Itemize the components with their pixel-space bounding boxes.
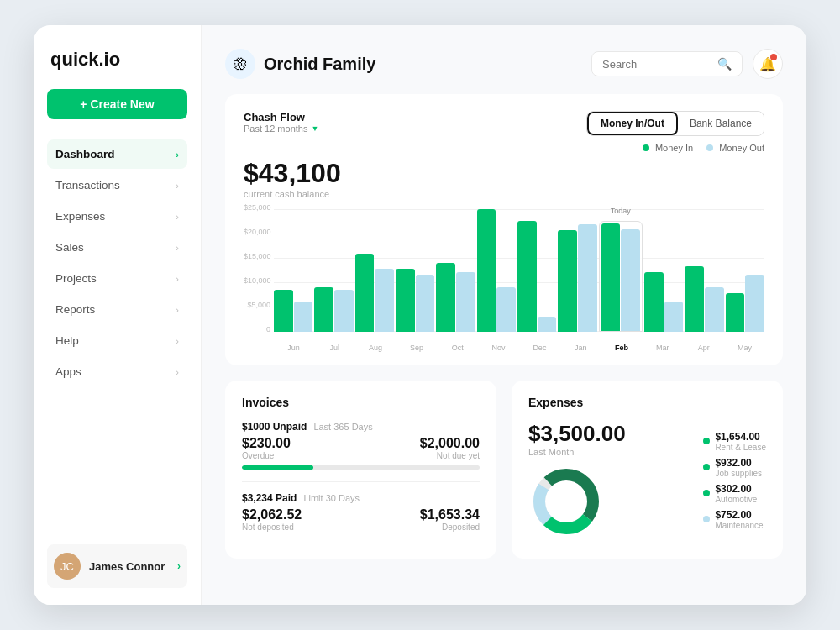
expenses-left: $3,500.00 Last Month: [528, 421, 690, 539]
unpaid-badge: $1000 Unpaid: [242, 421, 307, 433]
bar-green: [314, 287, 333, 332]
legend-money-out: Money Out: [706, 143, 764, 153]
nav-chevron-icon: ›: [176, 150, 179, 160]
not-due-amount: $2,000.00: [420, 436, 480, 451]
search-input[interactable]: [602, 58, 711, 71]
legend-money-in: Money In: [643, 143, 693, 153]
month-label: May: [725, 344, 764, 352]
paid-badge: $3,234 Paid: [242, 492, 297, 504]
nav-chevron-icon: ›: [176, 336, 179, 346]
bar-green: [477, 209, 496, 332]
bar-green: [644, 272, 664, 332]
bar-group: [355, 254, 394, 332]
bar-group: [558, 224, 596, 332]
bar-blue: [294, 302, 313, 332]
bar-blue: [664, 302, 684, 332]
toggle-bank-balance[interactable]: Bank Balance: [678, 112, 764, 135]
cashflow-chart: $25,000$20,000$15,000$10,000$5,0000 JunJ…: [244, 209, 764, 352]
expenses-top: $3,500.00 Last Month: [528, 421, 766, 539]
sidebar-item-apps[interactable]: Apps›: [47, 357, 187, 386]
create-new-button[interactable]: + Create New: [47, 89, 187, 119]
month-label: Sep: [396, 344, 436, 352]
bar-green: [396, 269, 415, 332]
user-chevron-icon: ›: [177, 560, 181, 572]
sidebar: quick.io + Create New Dashboard›Transact…: [34, 25, 202, 605]
paid-meta: $3,234 Paid Limit 30 Days: [242, 492, 480, 504]
not-deposited-amount: $2,062.52: [242, 507, 302, 522]
nav-list: Dashboard›Transactions›Expenses›Sales›Pr…: [47, 139, 187, 538]
paid-invoice-row: $3,234 Paid Limit 30 Days $2,062.52 Not …: [242, 492, 480, 532]
unpaid-progress-bar: [242, 465, 480, 470]
sidebar-item-transactions[interactable]: Transactions›: [47, 171, 187, 200]
expenses-total: $3,500.00: [528, 421, 690, 447]
bars-container: [274, 209, 764, 332]
cashflow-header: Chash Flow Past 12 months ▼ Money In/Out…: [244, 111, 764, 153]
expense-label: Job supplies: [715, 469, 762, 478]
deposited-amount: $1,653.34: [420, 507, 480, 522]
bar-blue: [705, 287, 724, 332]
search-bar[interactable]: 🔍: [591, 51, 743, 76]
header-right: 🔍 🔔: [591, 49, 783, 79]
sidebar-item-projects[interactable]: Projects›: [47, 264, 187, 293]
notification-button[interactable]: 🔔: [753, 49, 783, 79]
month-label: Jun: [274, 344, 313, 352]
month-label: Oct: [438, 344, 477, 352]
expense-label: Automotive: [715, 495, 757, 504]
unpaid-amounts: $230.00 Overdue $2,000.00 Not due yet: [242, 436, 480, 460]
nav-label: Dashboard: [55, 148, 115, 160]
expense-dot: [703, 464, 710, 470]
sidebar-item-sales[interactable]: Sales›: [47, 233, 187, 262]
expense-amount: $302.00: [715, 483, 757, 495]
invoices-section: Invoices $1000 Unpaid Last 365 Days $230…: [225, 381, 496, 559]
bar-group: [436, 263, 475, 332]
nav-chevron-icon: ›: [176, 212, 179, 222]
bar-green: [355, 254, 375, 332]
expense-label: Rent & Lease: [715, 443, 766, 452]
bar-group: [396, 269, 434, 332]
expense-item: $1,654.00 Rent & Lease: [703, 431, 766, 452]
unpaid-invoice-row: $1000 Unpaid Last 365 Days $230.00 Overd…: [242, 421, 480, 470]
cashflow-section: Chash Flow Past 12 months ▼ Money In/Out…: [225, 94, 783, 365]
overdue-label: Overdue: [242, 451, 291, 460]
user-name: James Connor: [89, 560, 177, 573]
nav-chevron-icon: ›: [176, 181, 179, 191]
bar-group: [517, 221, 556, 332]
user-section[interactable]: JC James Connor ›: [47, 544, 187, 588]
period-dropdown-icon[interactable]: ▼: [311, 124, 318, 133]
invoices-title: Invoices: [242, 396, 480, 409]
bar-group: [477, 209, 516, 332]
expense-item: $302.00 Automotive: [703, 483, 766, 504]
bar-group: [274, 290, 312, 332]
bar-blue: [578, 224, 597, 332]
page-header: 🏵 Orchid Family 🔍 🔔: [225, 49, 783, 79]
month-label: Apr: [684, 344, 723, 352]
not-deposited-block: $2,062.52 Not deposited: [242, 507, 302, 532]
nav-label: Expenses: [55, 210, 105, 223]
bar-blue: [496, 287, 516, 332]
bar-green: [558, 230, 577, 332]
expense-info: $932.00 Job supplies: [715, 457, 762, 478]
cashflow-period: Past 12 months ▼: [244, 123, 318, 134]
grid-label: $15,000: [244, 252, 270, 260]
toggle-money-inout[interactable]: Money In/Out: [587, 112, 678, 135]
expenses-right: $1,654.00 Rent & Lease $932.00 Job suppl…: [703, 421, 766, 539]
unpaid-period: Last 365 Days: [313, 422, 372, 432]
avatar: JC: [54, 553, 81, 580]
sidebar-item-dashboard[interactable]: Dashboard›: [47, 139, 187, 169]
grid-label: $10,000: [244, 276, 270, 285]
bar-blue: [334, 290, 354, 332]
legend-in-dot: [643, 144, 649, 151]
nav-chevron-icon: ›: [176, 243, 179, 253]
nav-chevron-icon: ›: [176, 274, 179, 284]
search-icon: 🔍: [717, 57, 732, 71]
bar-group: [726, 275, 764, 332]
bar-green: [517, 221, 537, 332]
cashflow-label: current cash balance: [244, 189, 764, 199]
sidebar-item-reports[interactable]: Reports›: [47, 295, 187, 324]
org-name: Orchid Family: [264, 55, 375, 74]
org-icon: 🏵: [225, 49, 255, 79]
sidebar-item-help[interactable]: Help›: [47, 326, 187, 355]
expense-amount: $932.00: [715, 457, 762, 469]
nav-chevron-icon: ›: [176, 367, 179, 377]
sidebar-item-expenses[interactable]: Expenses›: [47, 202, 187, 231]
